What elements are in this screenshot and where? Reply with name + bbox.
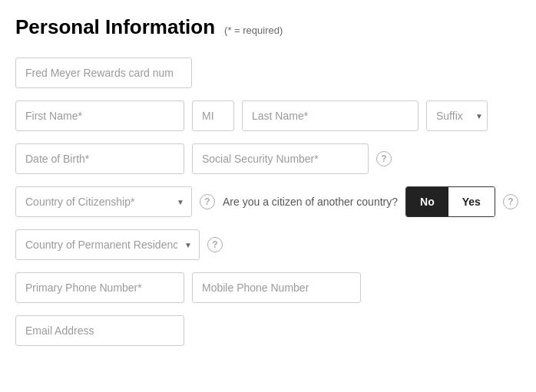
rewards-card-row <box>15 58 521 88</box>
citizen-question-label: Are you a citizen of another country? <box>223 196 398 208</box>
citizenship-row: Country of Citizenship* ? Are you a citi… <box>15 186 521 217</box>
name-row: Suffix Jr. Sr. II III IV <box>15 100 521 131</box>
suffix-select[interactable]: Suffix Jr. Sr. II III IV <box>426 100 488 131</box>
dob-input[interactable] <box>15 143 184 174</box>
country-citizenship-select[interactable]: Country of Citizenship* <box>15 186 192 217</box>
ssn-input[interactable] <box>192 143 369 174</box>
rewards-card-input[interactable] <box>15 58 192 88</box>
residence-help-icon[interactable]: ? <box>207 237 223 252</box>
country-residence-select[interactable]: Country of Permanent Residence* <box>15 229 200 260</box>
mi-input[interactable] <box>192 100 234 131</box>
primary-phone-input[interactable] <box>15 272 184 303</box>
citizen-toggle-help-icon[interactable]: ? <box>503 194 518 209</box>
personal-info-form: Suffix Jr. Sr. II III IV ? Country of Ci… <box>15 58 521 346</box>
required-note: (* = required) <box>224 25 283 36</box>
mobile-phone-input[interactable] <box>192 272 361 303</box>
page-title: Personal Information <box>15 15 215 39</box>
phone-row <box>15 272 521 303</box>
citizenship-help-icon[interactable]: ? <box>200 194 215 209</box>
toggle-yes-button[interactable]: Yes <box>448 187 495 216</box>
dob-ssn-row: ? <box>15 143 521 174</box>
citizen-toggle-group: No Yes <box>405 186 495 217</box>
first-name-input[interactable] <box>15 100 184 131</box>
email-row <box>15 315 521 346</box>
email-input[interactable] <box>15 315 184 346</box>
last-name-input[interactable] <box>242 100 419 131</box>
residence-row: Country of Permanent Residence* ? <box>15 229 521 260</box>
ssn-help-icon[interactable]: ? <box>376 151 392 166</box>
toggle-no-button[interactable]: No <box>406 187 448 216</box>
